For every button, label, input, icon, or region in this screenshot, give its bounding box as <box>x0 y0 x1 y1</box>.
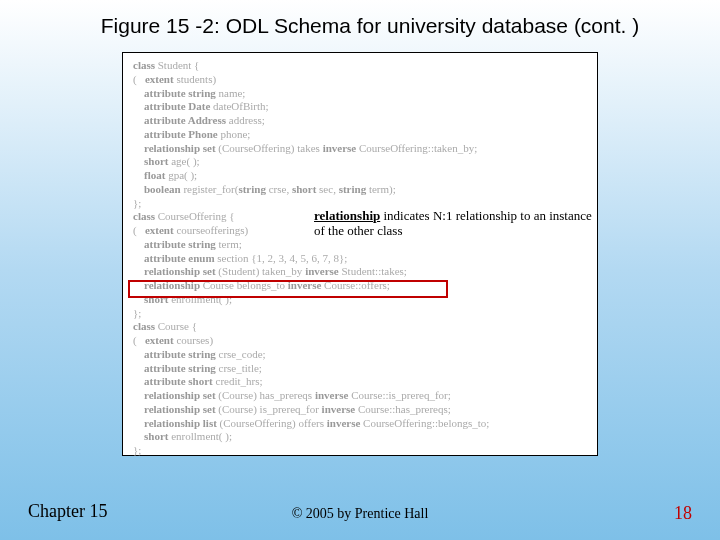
annotation-rest1: indicates N:1 relationship to an instanc… <box>380 208 592 223</box>
annotation-rest2: of the other class <box>314 223 402 238</box>
footer-page-number: 18 <box>674 503 692 524</box>
slide-title: Figure 15 -2: ODL Schema for university … <box>60 14 680 38</box>
class-course-block: class Course { ( extent courses) attribu… <box>133 320 587 458</box>
annotation-lead: relationship <box>314 208 380 223</box>
highlight-box <box>128 280 448 298</box>
class-student-block: class Student { ( extent students) attri… <box>133 59 587 210</box>
schema-code-box: class Student { ( extent students) attri… <box>122 52 598 456</box>
annotation-text: relationship indicates N:1 relationship … <box>314 209 614 239</box>
footer-copyright: © 2005 by Prentice Hall <box>0 506 720 522</box>
